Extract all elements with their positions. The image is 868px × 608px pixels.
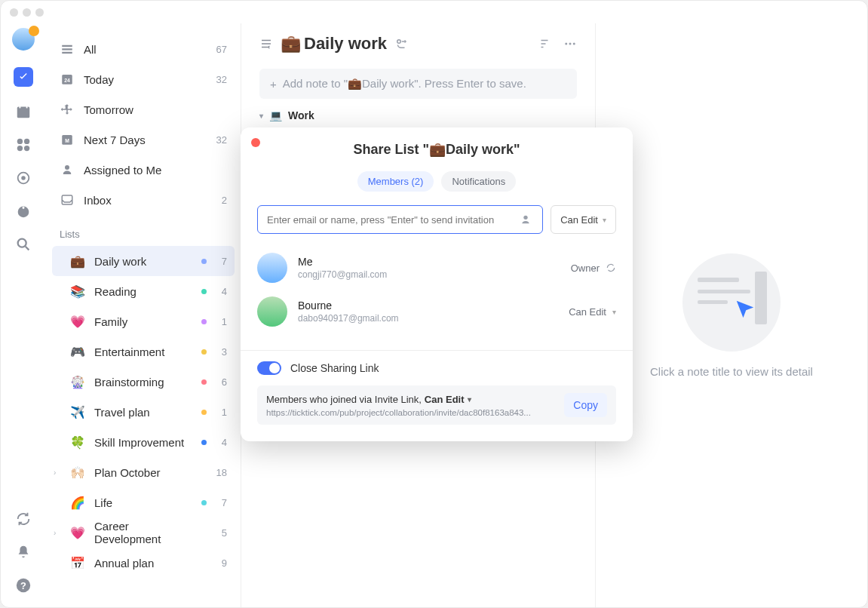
tab-notifications[interactable]: Notifications xyxy=(441,171,516,192)
list-skill-improvement[interactable]: 🍀Skill Improvement4 xyxy=(52,427,235,457)
svg-rect-21 xyxy=(62,195,72,204)
section-header[interactable]: ▾ 💻 Work xyxy=(241,106,595,124)
lists-header: Lists xyxy=(52,215,235,246)
color-dot xyxy=(201,440,207,445)
svg-point-26 xyxy=(523,216,527,220)
more-icon[interactable] xyxy=(563,37,577,51)
color-dot xyxy=(201,349,207,355)
chevron-down-icon: ▾ xyxy=(603,216,606,224)
check-icon xyxy=(17,71,29,83)
habit-icon[interactable] xyxy=(15,170,32,186)
list-travel-plan[interactable]: ✈️Travel plan1 xyxy=(52,397,235,427)
list-entertainment[interactable]: 🎮Entertainment3 xyxy=(52,336,235,367)
smart-list-assigned-to-me[interactable]: Assigned to Me xyxy=(52,155,235,185)
invite-email-field[interactable] xyxy=(267,214,515,226)
member-name: Bourne xyxy=(298,299,558,312)
icon-rail: ? xyxy=(1,23,46,607)
svg-point-22 xyxy=(397,40,401,44)
member-row: Bournedabo940917@gmail.comCan Edit▾ xyxy=(257,290,616,333)
list-label: Skill Improvement xyxy=(94,436,189,449)
list-life[interactable]: 🌈Life7 xyxy=(52,487,235,517)
window-titlebar xyxy=(1,1,867,23)
sync-icon[interactable] xyxy=(15,511,32,527)
smart-list-inbox[interactable]: Inbox2 xyxy=(52,185,235,215)
calendar-icon[interactable] xyxy=(15,103,32,120)
color-dot xyxy=(201,319,207,324)
sync-icon[interactable] xyxy=(606,263,616,273)
copy-button[interactable]: Copy xyxy=(564,393,607,417)
smart-icon xyxy=(60,42,75,56)
svg-point-3 xyxy=(17,139,23,144)
smart-icon: M xyxy=(60,133,75,146)
color-dot xyxy=(201,500,207,505)
smart-list-tomorrow[interactable]: Tomorrow xyxy=(52,94,235,124)
tab-members[interactable]: Members (2) xyxy=(357,171,434,192)
list-plan-october[interactable]: ›🙌🏻Plan October18 xyxy=(52,457,235,487)
sort-icon[interactable] xyxy=(538,37,551,51)
smart-label: All xyxy=(84,43,207,56)
smart-list-next-7-days[interactable]: MNext 7 Days32 xyxy=(52,124,235,155)
svg-point-20 xyxy=(65,165,69,170)
color-dot xyxy=(201,410,207,415)
traffic-light-minimize[interactable] xyxy=(23,8,31,17)
share-icon[interactable] xyxy=(394,37,408,51)
share-modal: Share List "💼Daily work" Members (2) Not… xyxy=(241,127,633,441)
traffic-light-close[interactable] xyxy=(10,8,18,17)
count-badge: 32 xyxy=(216,74,227,85)
help-icon[interactable]: ? xyxy=(15,577,32,594)
svg-rect-15 xyxy=(62,52,72,54)
matrix-icon[interactable] xyxy=(15,137,32,153)
count-badge: 7 xyxy=(222,497,227,508)
chevron-down-icon: ▾ xyxy=(259,112,263,120)
bell-icon[interactable] xyxy=(15,544,32,560)
smart-icon xyxy=(60,103,75,116)
user-avatar[interactable] xyxy=(12,28,35,51)
count-badge: 4 xyxy=(222,437,227,448)
list-title: 💼Daily work xyxy=(281,34,387,54)
add-note-input[interactable]: + Add note to "💼Daily work". Press Enter… xyxy=(259,69,577,99)
member-email: congji770@gmail.com xyxy=(298,269,560,280)
nav-tasks[interactable] xyxy=(14,67,33,87)
invite-input[interactable] xyxy=(257,205,543,234)
member-avatar xyxy=(257,253,287,283)
count-badge: 7 xyxy=(222,256,227,267)
add-person-icon[interactable] xyxy=(521,213,533,226)
member-role[interactable]: Can Edit▾ xyxy=(569,306,616,318)
member-avatar xyxy=(257,296,287,327)
member-email: dabo940917@gmail.com xyxy=(298,313,558,324)
plus-icon: + xyxy=(270,78,277,91)
sharing-link-toggle[interactable] xyxy=(257,361,281,375)
count-badge: 18 xyxy=(216,467,227,478)
count-badge: 1 xyxy=(222,316,227,327)
share-link-box: Members who joined via Invite Link, Can … xyxy=(257,385,616,425)
svg-point-10 xyxy=(18,239,26,247)
list-brainstorming[interactable]: 🎡Brainstorming6 xyxy=(52,367,235,397)
count-badge: 5 xyxy=(222,527,227,539)
smart-list-all[interactable]: All67 xyxy=(52,34,235,64)
smart-icon: 24 xyxy=(60,72,75,86)
list-label: Annual plan xyxy=(94,557,189,570)
modal-tabs: Members (2) Notifications xyxy=(257,171,616,192)
list-daily-work[interactable]: 💼Daily work7 xyxy=(52,246,235,276)
smart-label: Inbox xyxy=(84,194,213,207)
smart-list-today[interactable]: 24Today32 xyxy=(52,64,235,94)
count-badge: 1 xyxy=(222,407,227,418)
list-annual-plan[interactable]: 📅Annual plan9 xyxy=(52,548,235,578)
count-badge: 3 xyxy=(222,346,227,358)
traffic-light-zoom[interactable] xyxy=(35,8,44,17)
collapse-icon[interactable] xyxy=(259,37,273,51)
list-family[interactable]: 💗Family1 xyxy=(52,306,235,336)
permission-select[interactable]: Can Edit ▾ xyxy=(551,205,616,234)
link-permission-select[interactable]: Can Edit ▾ xyxy=(425,394,471,405)
search-icon[interactable] xyxy=(15,236,32,253)
modal-close-button[interactable] xyxy=(251,138,260,147)
list-career-development[interactable]: ›💗Career Development5 xyxy=(52,517,235,548)
svg-rect-0 xyxy=(17,107,30,118)
list-emoji: 💗 xyxy=(70,315,85,329)
list-emoji: 🎮 xyxy=(70,345,85,359)
chevron-right-icon: › xyxy=(54,529,61,537)
pomo-icon[interactable] xyxy=(15,203,32,220)
list-label: Travel plan xyxy=(94,406,189,419)
list-reading[interactable]: 📚Reading4 xyxy=(52,276,235,306)
smart-icon xyxy=(60,163,75,177)
